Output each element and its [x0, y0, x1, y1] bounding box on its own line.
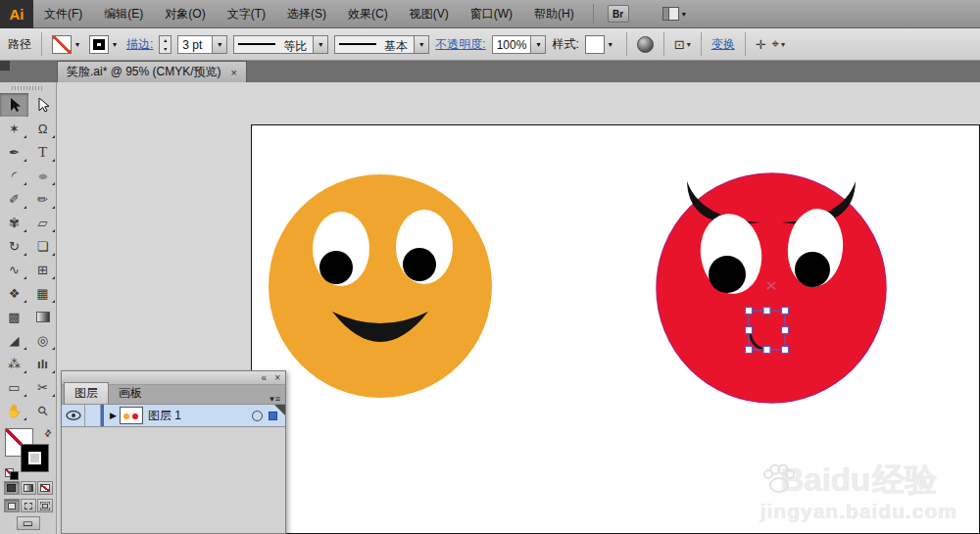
workspace-switcher[interactable]: ▾: [662, 7, 686, 21]
tool-lasso[interactable]: Ω: [28, 117, 57, 140]
tool-rotate[interactable]: ↻: [0, 234, 28, 258]
stroke-weight-stepper[interactable]: ▴ ▾: [159, 35, 172, 54]
layer-row[interactable]: ▶ 图层 1: [62, 404, 285, 427]
chevron-down-icon[interactable]: ▾: [109, 35, 121, 54]
chevron-down-icon[interactable]: ▾: [212, 36, 226, 53]
menu-view[interactable]: 视图(V): [399, 0, 460, 27]
tool-perspective-grid[interactable]: ▦: [28, 281, 57, 305]
tool-column-graph[interactable]: ılı: [28, 352, 57, 375]
menu-type[interactable]: 文字(T): [217, 0, 276, 27]
tool-line-segment[interactable]: ◜: [0, 164, 28, 187]
tab-artboards[interactable]: 画板: [109, 383, 152, 404]
tool-blend[interactable]: ◎: [28, 328, 57, 352]
opacity-link[interactable]: 不透明度:: [435, 36, 485, 53]
tool-zoom[interactable]: ⚲: [28, 399, 57, 422]
smiley-right-pupil[interactable]: [403, 248, 436, 281]
chevron-down-icon[interactable]: ▾: [72, 35, 83, 54]
menu-effect[interactable]: 效果(C): [337, 0, 399, 27]
stroke-weight-combo[interactable]: 3 pt ▾: [177, 35, 227, 54]
transform-link[interactable]: 变换: [711, 36, 735, 53]
tool-gradient[interactable]: [28, 305, 57, 328]
stroke-weight-value[interactable]: 3 pt: [178, 36, 212, 53]
devil-face[interactable]: [657, 173, 886, 403]
stroke-panel-link[interactable]: 描边:: [126, 36, 153, 53]
width-profile-combo[interactable]: 等比 ▾: [233, 35, 328, 54]
tool-selection[interactable]: [0, 93, 28, 117]
menu-window[interactable]: 窗口(W): [460, 0, 523, 27]
tool-mesh[interactable]: ▩: [0, 305, 28, 328]
tool-symbol-sprayer[interactable]: ⁂: [0, 352, 28, 375]
tool-eyedropper[interactable]: ◢: [0, 328, 28, 352]
isolate-button[interactable]: ⌖ ▾: [772, 36, 785, 52]
menu-edit[interactable]: 编辑(E): [93, 0, 154, 27]
align-button[interactable]: ✛: [756, 37, 766, 52]
chevron-down-icon[interactable]: ▾: [414, 36, 428, 53]
menu-help[interactable]: 帮助(H): [523, 0, 585, 27]
color-button[interactable]: [4, 481, 20, 495]
brush-definition-combo[interactable]: 基本 ▾: [334, 35, 429, 54]
style-control[interactable]: ▾: [585, 35, 616, 54]
opacity-combo[interactable]: 100% ▾: [492, 35, 547, 54]
pasteboard[interactable]: Baidu 经验 jingyan.baidu.com: [57, 82, 980, 534]
tool-type[interactable]: T: [28, 140, 57, 164]
target-circle-icon[interactable]: [252, 411, 263, 421]
draw-inside-button[interactable]: [37, 499, 53, 512]
tool-pencil[interactable]: ✏: [28, 187, 57, 211]
tool-scale[interactable]: ❏: [28, 234, 57, 258]
recolor-artwork-icon[interactable]: [637, 36, 654, 53]
stepper-up-icon[interactable]: ▴: [160, 36, 171, 45]
visibility-toggle[interactable]: [62, 405, 85, 426]
fill-color-control[interactable]: ▾: [52, 35, 83, 54]
tool-hand[interactable]: ✋: [0, 399, 28, 422]
tool-artboard[interactable]: ▭: [0, 375, 28, 399]
tool-blob-brush[interactable]: ✾: [0, 211, 28, 234]
panel-gripper[interactable]: [12, 86, 44, 90]
opacity-value[interactable]: 100%: [493, 36, 531, 53]
tool-shape-builder[interactable]: ❖: [0, 281, 28, 305]
menu-select[interactable]: 选择(S): [276, 0, 337, 27]
select-similar-button[interactable]: ⊡ ▾: [674, 37, 691, 52]
panel-menu-button[interactable]: ▾ ≡: [270, 394, 285, 404]
draw-behind-button[interactable]: [21, 499, 36, 512]
draw-normal-button[interactable]: [4, 499, 20, 512]
tab-layers[interactable]: 图层: [64, 382, 109, 404]
tool-magic-wand[interactable]: ✶: [0, 117, 28, 140]
stroke-proxy-black[interactable]: [21, 444, 49, 472]
screen-mode-button[interactable]: ▭: [17, 516, 40, 530]
artboard[interactable]: Baidu 经验 jingyan.baidu.com: [251, 124, 980, 534]
stepper-down-icon[interactable]: ▾: [160, 45, 171, 54]
expand-layer-icon[interactable]: ▶: [110, 411, 117, 420]
menu-object[interactable]: 对象(O): [154, 0, 216, 27]
layer-name[interactable]: 图层 1: [148, 408, 181, 424]
devil-right-pupil[interactable]: [795, 252, 830, 287]
collapse-panel-icon[interactable]: «: [262, 372, 268, 383]
tool-slice[interactable]: ✂: [28, 375, 57, 399]
swap-fill-stroke-icon[interactable]: ⇄: [42, 427, 54, 439]
stroke-swatch-icon[interactable]: [89, 35, 109, 54]
tool-width[interactable]: ∿: [0, 258, 28, 281]
chevron-down-icon[interactable]: ▾: [313, 36, 327, 53]
tool-direct-selection[interactable]: [28, 93, 57, 117]
gradient-button[interactable]: [21, 481, 36, 495]
tool-paintbrush[interactable]: ✐: [0, 187, 28, 211]
layer-thumbnail[interactable]: [120, 407, 143, 424]
devil-left-pupil[interactable]: [709, 256, 746, 293]
style-swatch[interactable]: [585, 35, 605, 54]
lock-toggle[interactable]: [85, 405, 101, 426]
tool-eraser[interactable]: ▱: [28, 211, 57, 234]
none-button[interactable]: [37, 481, 53, 495]
menu-file[interactable]: 文件(F): [33, 0, 93, 27]
close-icon[interactable]: ×: [231, 67, 237, 78]
smiley-left-pupil[interactable]: [319, 251, 353, 284]
close-icon[interactable]: ×: [274, 372, 280, 383]
tool-free-transform[interactable]: ⊞: [28, 258, 57, 281]
stroke-color-control[interactable]: ▾: [89, 35, 121, 54]
tool-pen[interactable]: ✒: [0, 140, 28, 164]
bridge-button[interactable]: Br: [608, 5, 629, 23]
chevron-down-icon[interactable]: ▾: [530, 36, 545, 53]
smiley-face[interactable]: [269, 174, 492, 398]
chevron-down-icon[interactable]: ▾: [605, 35, 616, 54]
fill-swatch-none-icon[interactable]: [52, 35, 72, 54]
document-tab[interactable]: 笑脸.ai* @ 95% (CMYK/预览) ×: [57, 61, 247, 82]
tool-ellipse[interactable]: ●: [28, 164, 57, 187]
